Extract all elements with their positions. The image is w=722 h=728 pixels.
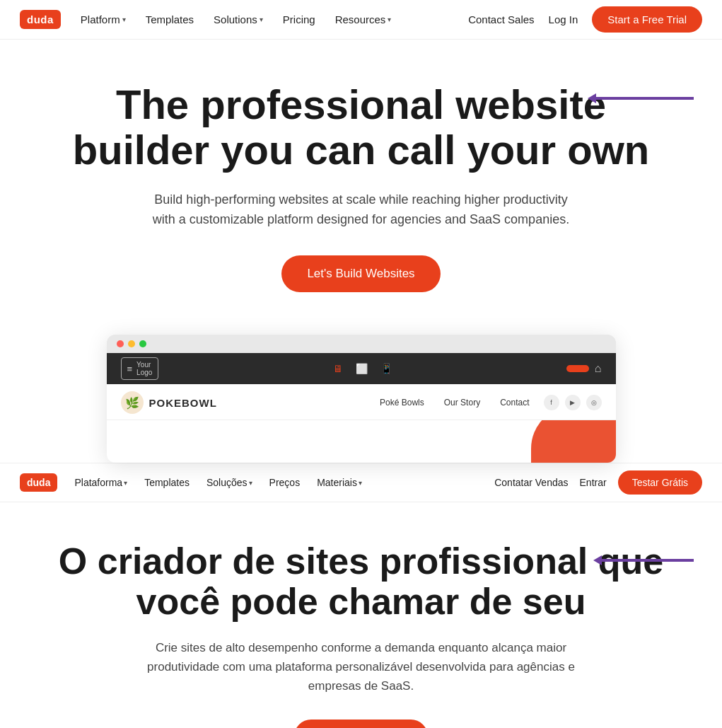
site-preview-body	[107, 420, 616, 463]
hero-section-pt: O criador de sites profissional que você…	[0, 502, 722, 728]
nav-pt-item-precos[interactable]: Preços	[269, 477, 301, 488]
hero-title-en: The professional website builder you can…	[71, 82, 651, 173]
pokebowl-name: POKEBOWL	[149, 397, 217, 409]
arrow-head-pt-icon	[593, 555, 602, 565]
site-preview-content: 🌿 POKEBOWL Poké Bowls Our Story Contact …	[107, 384, 616, 420]
facebook-icon[interactable]: f	[544, 395, 559, 410]
arrow-line	[596, 97, 694, 100]
resources-chevron-icon: ▾	[388, 16, 391, 23]
preview-button[interactable]	[566, 365, 589, 372]
orange-decoration	[531, 420, 616, 463]
nav-right: Contact Sales Log In Start a Free Trial	[468, 6, 702, 33]
arrow-decoration	[588, 96, 694, 100]
testar-gratis-button[interactable]: Testar Grátis	[618, 470, 702, 495]
solucoes-chevron-icon: ▾	[249, 479, 252, 487]
site-editor-nav: ≡ YourLogo 🖥 ⬜ 📱 ⌂	[107, 353, 616, 384]
hero-section-en: The professional website builder you can…	[0, 40, 722, 313]
materiais-chevron-icon: ▾	[359, 479, 362, 487]
log-in-link[interactable]: Log In	[549, 13, 578, 25]
site-social-icons: f ▶ ◎	[544, 395, 602, 410]
entrar-link[interactable]: Entrar	[580, 477, 607, 488]
hero-subtitle-en: Build high-performing websites at scale …	[142, 190, 581, 231]
nav-pt-item-templates[interactable]: Templates	[144, 477, 190, 488]
start-trial-button[interactable]: Start a Free Trial	[592, 6, 702, 33]
site-link-contact[interactable]: Contact	[500, 398, 529, 408]
browser-frame-en: ≡ YourLogo 🖥 ⬜ 📱 ⌂ 🌿 POKEBOWL Poké Bowls	[107, 335, 616, 463]
editor-nav-right: ⌂	[566, 362, 602, 375]
nav-item-solutions[interactable]: Solutions ▾	[214, 13, 263, 25]
editor-nav-left: ≡ YourLogo	[121, 357, 159, 380]
duda-logo-pt[interactable]: duda	[20, 476, 57, 489]
contact-sales-link[interactable]: Contact Sales	[468, 13, 534, 25]
nav-item-templates[interactable]: Templates	[146, 13, 194, 25]
nav-pt-item-plataforma[interactable]: Plataforma ▾	[74, 477, 127, 488]
logo-box: duda	[20, 10, 61, 29]
desktop-icon[interactable]: 🖥	[329, 360, 347, 377]
pokebowl-logo: 🌿 POKEBOWL	[121, 391, 217, 414]
hero-subtitle-pt: Crie sites de alto desempenho conforme a…	[142, 638, 581, 696]
nav-item-resources[interactable]: Resources ▾	[335, 13, 392, 25]
hero-title-pt: O criador de sites profissional que você…	[57, 541, 665, 622]
arrow-head-icon	[588, 93, 596, 103]
your-logo-text: YourLogo	[136, 361, 152, 376]
dot-yellow	[128, 340, 135, 347]
nav-pt: duda Plataforma ▾ Templates Soluções ▾ P…	[0, 463, 722, 502]
contatar-vendas-link[interactable]: Contatar Vendas	[494, 477, 568, 488]
pokebowl-icon: 🌿	[121, 391, 144, 414]
solutions-chevron-icon: ▾	[260, 16, 263, 23]
youtube-icon[interactable]: ▶	[565, 395, 581, 410]
duda-logo[interactable]: duda	[20, 10, 61, 29]
nav-left: duda Platform ▾ Templates Solutions ▾ Pr…	[20, 10, 391, 29]
nav-item-platform[interactable]: Platform ▾	[81, 13, 126, 25]
dot-red	[117, 340, 124, 347]
site-link-our-story[interactable]: Our Story	[444, 398, 480, 408]
hero-cta-button-en[interactable]: Let's Build Websites	[281, 255, 440, 292]
browser-mockup-en: ≡ YourLogo 🖥 ⬜ 📱 ⌂ 🌿 POKEBOWL Poké Bowls	[86, 335, 637, 463]
nav-item-pricing[interactable]: Pricing	[283, 13, 315, 25]
tablet-icon[interactable]: ⬜	[351, 360, 372, 377]
site-logo-placeholder: ≡ YourLogo	[121, 357, 159, 380]
logo-box-pt: duda	[20, 473, 57, 492]
home-icon[interactable]: ⌂	[595, 362, 602, 375]
nav-pt-left: duda Plataforma ▾ Templates Soluções ▾ P…	[20, 476, 362, 489]
arrow-line-pt	[602, 559, 694, 562]
instagram-icon[interactable]: ◎	[586, 395, 602, 410]
platform-chevron-icon: ▾	[122, 16, 126, 23]
mobile-icon[interactable]: 📱	[376, 360, 397, 377]
nav-pt-item-solucoes[interactable]: Soluções ▾	[206, 477, 252, 488]
browser-topbar-en	[107, 335, 616, 353]
editor-device-icons: 🖥 ⬜ 📱	[329, 360, 397, 377]
dot-green	[139, 340, 146, 347]
site-link-poke-bowls[interactable]: Poké Bowls	[380, 398, 424, 408]
plataforma-chevron-icon: ▾	[124, 479, 127, 487]
site-preview-nav-links: Poké Bowls Our Story Contact	[380, 398, 529, 408]
nav-pt-right: Contatar Vendas Entrar Testar Grátis	[494, 470, 702, 495]
nav-pt-item-materiais[interactable]: Materiais ▾	[317, 477, 362, 488]
top-navigation: duda Platform ▾ Templates Solutions ▾ Pr…	[0, 0, 722, 40]
arrow-decoration-pt	[593, 555, 694, 565]
layers-icon: ≡	[127, 364, 133, 374]
hero-cta-button-pt[interactable]: Vamos criar sites	[294, 720, 429, 728]
